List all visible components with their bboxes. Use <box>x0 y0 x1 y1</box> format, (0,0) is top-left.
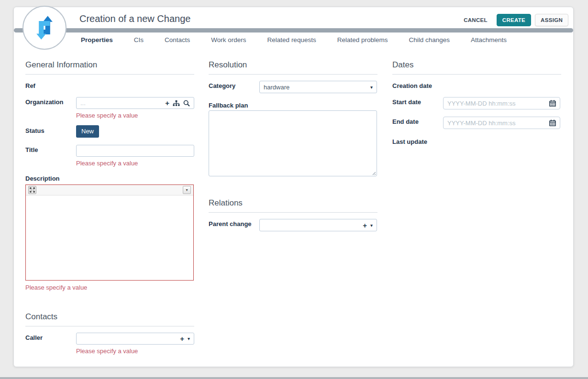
status-badge: New <box>76 125 99 138</box>
hierarchy-icon[interactable] <box>173 100 180 107</box>
toolbar-collapse-icon[interactable]: ▾ <box>183 186 191 194</box>
description-editor[interactable]: ▾ <box>25 184 194 281</box>
title-field[interactable] <box>76 145 194 157</box>
caller-select[interactable]: + ▾ <box>76 333 194 345</box>
tab-bar: Properties CIs Contacts Work orders Rela… <box>81 36 507 43</box>
add-icon[interactable]: + <box>180 335 184 342</box>
change-class-icon <box>22 6 67 50</box>
fallback-plan-textarea[interactable] <box>209 110 377 176</box>
organization-input[interactable] <box>80 99 162 107</box>
start-date-label: Start date <box>392 98 421 106</box>
section-resolution: Resolution <box>209 60 377 75</box>
end-date-field[interactable] <box>443 117 560 129</box>
parent-change-select[interactable]: + ▾ <box>259 219 377 231</box>
add-icon[interactable]: + <box>165 99 169 107</box>
description-error: Please specify a value <box>25 284 87 291</box>
chevron-down-icon[interactable]: ▾ <box>370 223 373 228</box>
resize-handle-icon[interactable] <box>371 171 376 175</box>
maximize-icon[interactable] <box>28 186 36 194</box>
category-select[interactable]: hardware ▾ <box>259 81 377 93</box>
start-date-input[interactable] <box>447 100 546 107</box>
search-icon[interactable] <box>183 100 190 107</box>
description-editing-area[interactable] <box>26 195 193 280</box>
tab-related-problems[interactable]: Related problems <box>337 36 388 43</box>
page-title: Creation of a new Change <box>79 13 190 24</box>
tab-child-changes[interactable]: Child changes <box>409 36 450 43</box>
chevron-down-icon[interactable]: ▾ <box>370 85 373 90</box>
main-card: Creation of a new Change CANCEL CREATE A… <box>13 7 574 367</box>
tab-cis[interactable]: CIs <box>134 36 144 43</box>
organization-error: Please specify a value <box>76 112 138 119</box>
swap-arrows-icon <box>32 15 57 41</box>
action-buttons: CANCEL CREATE ASSIGN <box>458 14 568 26</box>
category-value: hardware <box>264 84 370 91</box>
calendar-icon[interactable] <box>549 100 556 107</box>
tab-attachments[interactable]: Attachments <box>471 36 507 43</box>
calendar-icon[interactable] <box>549 119 556 126</box>
parent-change-input[interactable] <box>264 222 360 229</box>
status-label: Status <box>25 127 44 134</box>
caller-error: Please specify a value <box>76 347 138 355</box>
section-dates: Dates <box>392 60 561 75</box>
description-editor-toolbar: ▾ <box>26 185 193 195</box>
header-divider-bar <box>14 28 573 32</box>
organization-field-icons: + <box>165 99 190 107</box>
assign-button[interactable]: ASSIGN <box>535 14 568 26</box>
chevron-down-icon[interactable]: ▾ <box>188 336 190 341</box>
start-date-field[interactable] <box>443 97 560 109</box>
creation-date-label: Creation date <box>392 82 432 89</box>
organization-field[interactable]: + <box>76 97 194 109</box>
caller-input[interactable] <box>80 335 177 342</box>
tab-related-requests[interactable]: Related requests <box>267 36 316 43</box>
description-label: Description <box>25 175 60 182</box>
cancel-button[interactable]: CANCEL <box>458 14 493 26</box>
title-error: Please specify a value <box>76 160 138 167</box>
caller-label: Caller <box>25 334 43 341</box>
title-input[interactable] <box>80 147 190 154</box>
title-label: Title <box>25 146 38 153</box>
organization-label: Organization <box>25 98 63 106</box>
parent-change-label: Parent change <box>209 220 252 227</box>
section-general-information: General Information <box>25 60 194 75</box>
ref-label: Ref <box>25 82 35 89</box>
tab-properties[interactable]: Properties <box>81 36 113 43</box>
last-update-label: Last update <box>392 138 427 145</box>
end-date-input[interactable] <box>447 119 546 127</box>
end-date-label: End date <box>392 118 419 125</box>
section-contacts: Contacts <box>25 312 194 326</box>
create-button[interactable]: CREATE <box>497 14 531 26</box>
tab-work-orders[interactable]: Work orders <box>211 36 246 43</box>
add-icon[interactable]: + <box>363 222 367 229</box>
category-label: Category <box>209 82 235 89</box>
section-relations: Relations <box>209 198 377 213</box>
tab-contacts[interactable]: Contacts <box>165 36 190 43</box>
fallback-plan-label: Fallback plan <box>209 102 248 109</box>
